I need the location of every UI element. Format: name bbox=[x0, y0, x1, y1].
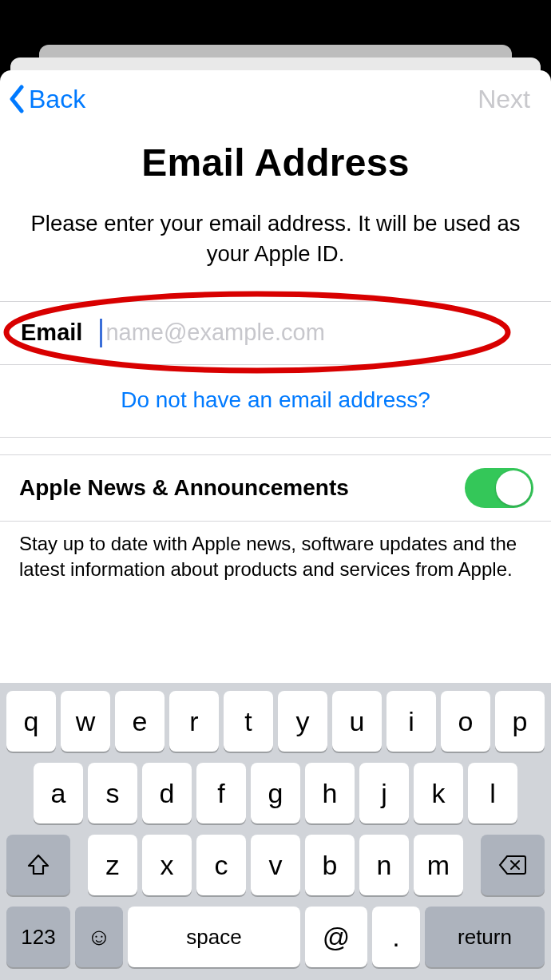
key-v[interactable]: v bbox=[251, 835, 300, 895]
backspace-icon bbox=[498, 855, 527, 875]
key-q[interactable]: q bbox=[6, 691, 56, 752]
key-123[interactable]: 123 bbox=[6, 907, 70, 967]
keyboard: q w e r t y u i o p a s d f g h j k l bbox=[0, 683, 551, 980]
chevron-left-icon bbox=[8, 85, 26, 113]
key-c[interactable]: c bbox=[196, 835, 246, 895]
key-o[interactable]: o bbox=[441, 691, 490, 752]
news-toggle-switch[interactable] bbox=[465, 468, 533, 508]
key-d[interactable]: d bbox=[142, 763, 192, 823]
page-subtitle: Please enter your email address. It will… bbox=[22, 208, 529, 269]
keyboard-row-4: 123 ☺ space @ . return bbox=[5, 907, 546, 967]
key-emoji[interactable]: ☺ bbox=[75, 907, 123, 967]
back-button[interactable]: Back bbox=[8, 85, 85, 114]
key-r[interactable]: r bbox=[169, 691, 219, 752]
key-e[interactable]: e bbox=[115, 691, 165, 752]
switch-knob bbox=[496, 470, 531, 506]
email-placeholder: name@example.com bbox=[105, 319, 324, 346]
shift-icon bbox=[26, 853, 50, 877]
header: Email Address Please enter your email ad… bbox=[0, 120, 551, 301]
navbar: Back Next bbox=[0, 70, 551, 120]
key-b[interactable]: b bbox=[305, 835, 355, 895]
screen: Back Next Email Address Please enter you… bbox=[0, 0, 551, 980]
no-email-link[interactable]: Do not have an email address? bbox=[0, 365, 551, 438]
key-space[interactable]: space bbox=[128, 907, 300, 967]
key-f[interactable]: f bbox=[196, 763, 246, 823]
key-m[interactable]: m bbox=[414, 835, 463, 895]
key-s[interactable]: s bbox=[88, 763, 137, 823]
key-backspace[interactable] bbox=[481, 835, 545, 895]
key-h[interactable]: h bbox=[305, 763, 355, 823]
news-toggle-description: Stay up to date with Apple news, softwar… bbox=[0, 522, 551, 599]
key-y[interactable]: y bbox=[278, 691, 327, 752]
keyboard-row-2: a s d f g h j k l bbox=[5, 763, 546, 823]
key-a[interactable]: a bbox=[34, 763, 83, 823]
section-gap bbox=[0, 438, 551, 455]
emoji-icon: ☺ bbox=[87, 923, 112, 950]
key-at[interactable]: @ bbox=[305, 907, 367, 967]
key-j[interactable]: j bbox=[359, 763, 409, 823]
back-label: Back bbox=[29, 85, 85, 114]
key-w[interactable]: w bbox=[61, 691, 110, 752]
news-toggle-row: Apple News & Announcements bbox=[0, 455, 551, 522]
key-shift[interactable] bbox=[6, 835, 70, 895]
text-caret bbox=[100, 319, 102, 347]
key-u[interactable]: u bbox=[332, 691, 382, 752]
key-n[interactable]: n bbox=[359, 835, 409, 895]
email-label: Email bbox=[21, 319, 82, 346]
next-button[interactable]: Next bbox=[478, 85, 530, 114]
key-g[interactable]: g bbox=[251, 763, 300, 823]
keyboard-row-1: q w e r t y u i o p bbox=[5, 691, 546, 752]
page-title: Email Address bbox=[22, 141, 529, 184]
key-return[interactable]: return bbox=[425, 907, 545, 967]
email-row[interactable]: Email name@example.com bbox=[0, 301, 551, 365]
key-p[interactable]: p bbox=[495, 691, 545, 752]
key-t[interactable]: t bbox=[224, 691, 273, 752]
key-l[interactable]: l bbox=[468, 763, 517, 823]
key-dot[interactable]: . bbox=[372, 907, 420, 967]
key-i[interactable]: i bbox=[386, 691, 436, 752]
key-x[interactable]: x bbox=[142, 835, 192, 895]
news-toggle-label: Apple News & Announcements bbox=[19, 475, 349, 501]
email-input[interactable]: name@example.com bbox=[100, 319, 530, 347]
key-z[interactable]: z bbox=[88, 835, 137, 895]
key-k[interactable]: k bbox=[414, 763, 463, 823]
keyboard-row-3: z x c v b n m bbox=[5, 835, 546, 895]
